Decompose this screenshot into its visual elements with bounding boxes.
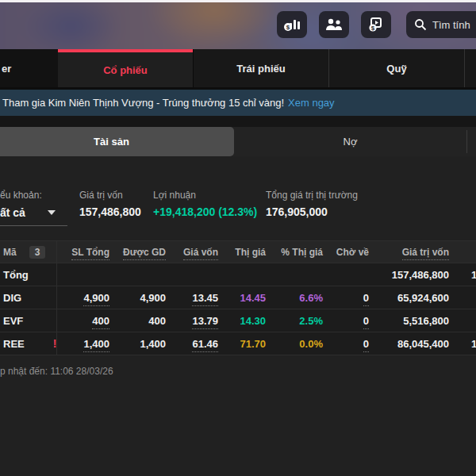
- promo-link[interactable]: Xem ngay: [288, 97, 335, 109]
- symbol-count-badge: 3: [29, 246, 46, 259]
- tab-co-phieu[interactable]: Cổ phiếu: [58, 49, 193, 87]
- col-duoc-gd[interactable]: Được GD: [109, 247, 166, 258]
- last-updated-text: p nhật đến: 11:06 28/03/26: [0, 366, 113, 377]
- table-row[interactable]: EVF 400 400 13.79 14.30 2.5% 0 5,516,800: [0, 309, 476, 332]
- svg-text:$: $: [371, 25, 375, 32]
- market-value: 176,905,000: [266, 205, 358, 218]
- alert-icon[interactable]: !: [53, 337, 57, 350]
- col-pct-thi-gia: % Thị giá: [266, 247, 323, 258]
- promo-banner: Tham gia Kim Niên Thịnh Vượng - Trúng th…: [0, 90, 476, 116]
- money-chart-icon: $: [283, 17, 301, 32]
- total-cost: 157,486,800: [369, 269, 449, 281]
- col-gia-tri-von[interactable]: Giá trị vốn: [369, 247, 449, 258]
- wallpaper-background: [0, 2, 476, 49]
- search-field[interactable]: [406, 11, 476, 38]
- people-icon: [325, 18, 343, 31]
- subaccount-label: ểu khoản:: [0, 190, 67, 201]
- search-icon: [414, 18, 427, 31]
- divider: [0, 116, 476, 127]
- tab-quy[interactable]: Quỹ: [328, 49, 464, 87]
- market-label: Tổng giá trị thị trường: [266, 190, 358, 201]
- table-row[interactable]: REE ! 1,400 1,400 61.46 71.70 0.0% 0 86,…: [0, 332, 476, 355]
- cost-value: 157,486,800: [79, 205, 141, 218]
- asset-debt-segmented-control: Tài sản Nợ: [0, 127, 476, 156]
- table-row-total: Tổng 157,486,800 1: [0, 263, 476, 286]
- total-label: Tổng: [0, 263, 57, 286]
- tab-partial-left[interactable]: er: [0, 49, 58, 87]
- ticker-evf[interactable]: EVF: [0, 309, 57, 332]
- money-chart-button[interactable]: $: [277, 11, 307, 38]
- holdings-table: Mã 3 SL Tổng Được GD Giá vốn Thị giá % T…: [0, 240, 476, 355]
- profit-label: Lợi nhuận: [153, 190, 257, 201]
- table-header-row: Mã 3 SL Tổng Được GD Giá vốn Thị giá % T…: [0, 240, 476, 263]
- main-tab-bar: er Cổ phiếu Trái phiếu Quỹ: [0, 49, 476, 87]
- ticker-dig[interactable]: DIG: [0, 286, 57, 309]
- cost-value-block: Giá trị vốn 157,486,800: [79, 190, 141, 218]
- search-input[interactable]: [432, 19, 476, 31]
- subaccount-dropdown[interactable]: ất cả: [0, 206, 67, 226]
- svg-text:$: $: [286, 24, 290, 31]
- promo-text: Tham gia Kim Niên Thịnh Vượng - Trúng th…: [2, 97, 284, 109]
- symbol-header: Mã 3: [0, 241, 57, 263]
- media-coin-icon: $: [368, 17, 384, 33]
- subaccount-selector: ểu khoản: ất cả: [0, 190, 67, 226]
- segment-no[interactable]: Nợ: [234, 127, 466, 156]
- col-sl-tong[interactable]: SL Tổng: [57, 247, 109, 258]
- profit-block: Lợi nhuận +19,418,200 (12.3%): [153, 190, 257, 218]
- cost-label: Giá trị vốn: [79, 190, 141, 201]
- tab-trai-phieu[interactable]: Trái phiếu: [193, 49, 328, 87]
- total-next-cut: 1: [449, 269, 476, 281]
- col-gia-von[interactable]: Giá vốn: [166, 247, 218, 258]
- profit-value: +19,418,200 (12.3%): [153, 205, 257, 218]
- segment-tai-san[interactable]: Tài sản: [0, 127, 234, 156]
- media-coin-button[interactable]: $: [361, 11, 391, 38]
- col-thi-gia: Thị giá: [218, 247, 266, 258]
- divider: [466, 130, 467, 153]
- market-value-block: Tổng giá trị thị trường 176,905,000: [266, 190, 358, 218]
- chevron-down-icon: [48, 210, 56, 215]
- subaccount-value: ất cả: [0, 206, 25, 219]
- people-button[interactable]: [319, 11, 349, 38]
- tab-overflow: [464, 49, 476, 87]
- table-row[interactable]: DIG 4,900 4,900 13.45 14.45 6.6% 0 65,92…: [0, 286, 476, 309]
- ticker-ree[interactable]: REE !: [0, 332, 57, 355]
- col-cho-ve: Chờ về: [323, 247, 369, 258]
